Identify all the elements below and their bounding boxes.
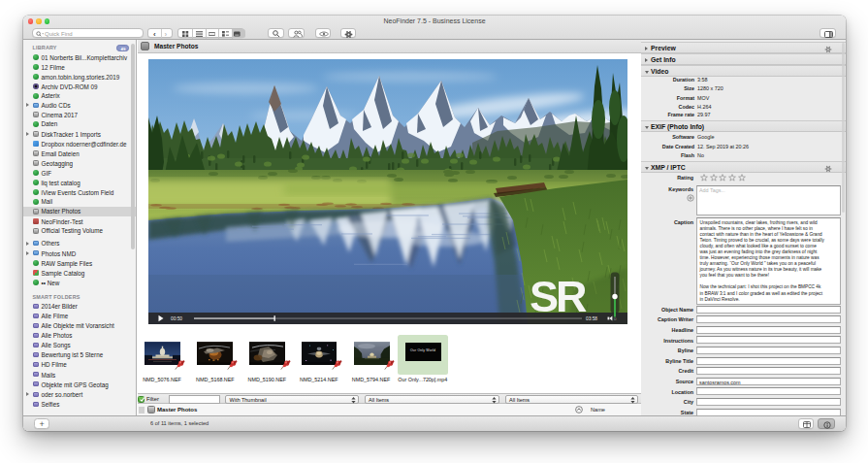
svg-text:03:58: 03:58 (586, 316, 597, 321)
svg-text:00:50: 00:50 (171, 316, 182, 321)
